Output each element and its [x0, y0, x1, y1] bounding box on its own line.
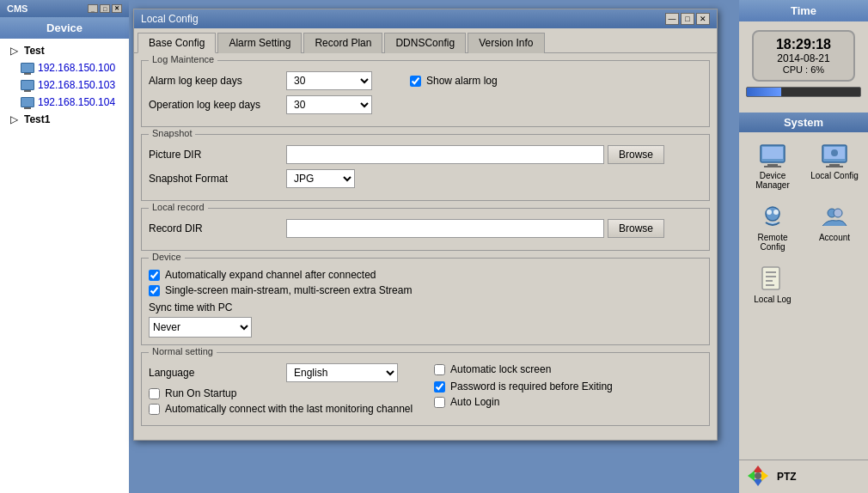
ptz-bar[interactable]: PTZ	[739, 460, 868, 493]
tab-alarm-setting[interactable]: Alarm Setting	[217, 33, 302, 53]
local-log-label: Local Log	[754, 295, 791, 304]
time-clock: 18:29:18 2014-08-21 CPU : 6%	[752, 30, 855, 82]
tree-label-test: Test	[24, 45, 45, 57]
snapshot-format-label: Snapshot Format	[149, 173, 286, 185]
local-config-icon	[821, 142, 848, 169]
snapshot-format-select[interactable]: JPG BMP PNG	[286, 169, 355, 188]
snapshot-section: Snapshot Picture DIR C:\Program Files (x…	[141, 134, 710, 201]
auto-login-row: Auto Login	[434, 396, 702, 408]
picture-dir-browse[interactable]: Browse	[608, 145, 664, 164]
tree-item-ip2[interactable]: 192.168.150.103	[17, 76, 125, 94]
app-maximize-btn[interactable]: □	[100, 4, 110, 13]
device-manager-icon	[759, 142, 786, 169]
record-dir-label: Record DIR	[149, 222, 286, 234]
right-panel: Time 18:29:18 2014-08-21 CPU : 6% System	[739, 0, 868, 493]
tab-ddns-config[interactable]: DDNSConfig	[384, 33, 466, 53]
app-titlebar: CMS _ □ ✕	[0, 0, 129, 17]
local-log-icon-item[interactable]: Local Log	[743, 259, 803, 310]
show-alarm-log-label: Show alarm log	[426, 75, 498, 87]
svg-rect-18	[766, 284, 774, 286]
time-value: 18:29:18	[767, 37, 840, 52]
device-list: ▷ Test 192.168.150.100 192.168.150.103	[0, 39, 129, 493]
picture-dir-input[interactable]: C:\Program Files (x86)\CMS\Picture	[286, 145, 604, 164]
cpu-progress-bar	[746, 87, 861, 97]
single-screen-row: Single-screen main-stream, multi-screen …	[149, 284, 702, 296]
account-icon-item[interactable]: Account	[804, 198, 865, 258]
password-required-checkbox[interactable]	[434, 381, 445, 393]
svg-point-11	[773, 210, 779, 215]
svg-rect-7	[826, 166, 843, 167]
operation-log-label: Operation log keep days	[149, 99, 286, 111]
tree-item-ip3[interactable]: 192.168.150.104	[17, 94, 125, 111]
ptz-icon	[746, 464, 770, 488]
remote-config-icon	[759, 204, 786, 231]
sync-time-select[interactable]: Never Once Always	[149, 317, 252, 338]
tree-item-test[interactable]: ▷ Test	[3, 42, 125, 59]
svg-rect-3	[764, 166, 781, 167]
svg-rect-6	[829, 164, 840, 166]
single-screen-checkbox[interactable]	[149, 285, 160, 296]
device-icon-3	[21, 95, 34, 109]
dialog-close-btn[interactable]: ✕	[696, 13, 710, 25]
record-dir-input[interactable]: C:\Program Files (x86)\CMS\Record	[286, 219, 604, 238]
tree-item-test1[interactable]: ▷ Test1	[3, 111, 125, 128]
auto-lock-checkbox[interactable]	[434, 364, 445, 375]
auto-login-label: Auto Login	[450, 396, 499, 408]
folder-icon: ▷	[7, 44, 21, 58]
tab-bar: Base Config Alarm Setting Record Plan DD…	[134, 28, 717, 53]
log-maintenance-title: Log Maintence	[149, 54, 217, 64]
dialog-titlebar: Local Config — □ ✕	[134, 9, 717, 28]
single-screen-label: Single-screen main-stream, multi-screen …	[165, 284, 412, 296]
normal-setting-section: Normal setting Language English Chinese …	[141, 352, 710, 426]
auto-lock-row: Automatic lock screen	[434, 363, 702, 375]
tab-base-config[interactable]: Base Config	[138, 33, 216, 53]
system-header: System	[739, 113, 868, 132]
dialog-maximize-btn[interactable]: □	[681, 13, 694, 25]
app-close-btn[interactable]: ✕	[112, 4, 122, 13]
tree-children-test: 192.168.150.100 192.168.150.103 192.168.…	[3, 59, 125, 111]
picture-dir-label: Picture DIR	[149, 149, 286, 161]
svg-marker-21	[748, 471, 755, 481]
dialog-minimize-btn[interactable]: —	[665, 13, 679, 25]
auto-login-checkbox[interactable]	[434, 397, 445, 408]
cpu-value: CPU : 6%	[767, 64, 840, 75]
operation-log-select[interactable]: 30	[286, 95, 372, 114]
alarm-log-select[interactable]: 30	[286, 71, 372, 90]
tree-item-ip1[interactable]: 192.168.150.100	[17, 59, 125, 76]
snapshot-format-row: Snapshot Format JPG BMP PNG	[149, 169, 702, 188]
auto-connect-checkbox[interactable]	[149, 404, 160, 415]
alarm-log-row: Alarm log keep days 30	[149, 71, 376, 90]
language-select[interactable]: English Chinese French German	[286, 363, 398, 382]
auto-connect-label: Automatically connect with the last moni…	[165, 403, 413, 415]
show-alarm-log-checkbox[interactable]	[410, 76, 421, 87]
svg-rect-16	[766, 276, 776, 277]
record-dir-browse[interactable]: Browse	[608, 219, 664, 238]
auto-expand-checkbox[interactable]	[149, 270, 160, 281]
remote-config-label: Remote Config	[747, 233, 798, 252]
device-icon-1	[21, 61, 34, 75]
remote-config-icon-item[interactable]: Remote Config	[743, 198, 803, 258]
device-manager-label: Device Manager	[747, 171, 798, 190]
local-config-label: Local Config	[810, 171, 859, 180]
alarm-log-label: Alarm log keep days	[149, 75, 286, 87]
device-section: Device Automatically expand channel afte…	[141, 258, 710, 345]
cpu-progress-fill	[747, 88, 781, 96]
sync-time-label: Sync time with PC	[149, 301, 286, 313]
svg-rect-17	[766, 280, 773, 282]
device-manager-icon-item[interactable]: Device Manager	[743, 136, 803, 196]
local-record-title: Local record	[149, 202, 208, 212]
tab-record-plan[interactable]: Record Plan	[303, 33, 382, 53]
svg-rect-2	[767, 164, 778, 166]
device-section-title: Device	[149, 252, 185, 262]
tab-version-info[interactable]: Version Info	[468, 33, 544, 53]
local-config-icon-item[interactable]: Local Config	[804, 136, 865, 196]
app-minimize-btn[interactable]: _	[88, 4, 98, 13]
run-startup-label: Run On Startup	[165, 387, 236, 399]
auto-expand-label: Automatically expand channel after conne…	[165, 269, 376, 281]
password-required-row: Password is required before Exiting	[434, 380, 702, 393]
run-startup-checkbox[interactable]	[149, 388, 160, 399]
dialog-title: Local Config	[141, 13, 199, 25]
device-panel-header: Device	[0, 17, 129, 39]
svg-point-23	[755, 472, 761, 479]
tree-label-ip1: 192.168.150.100	[38, 62, 115, 74]
